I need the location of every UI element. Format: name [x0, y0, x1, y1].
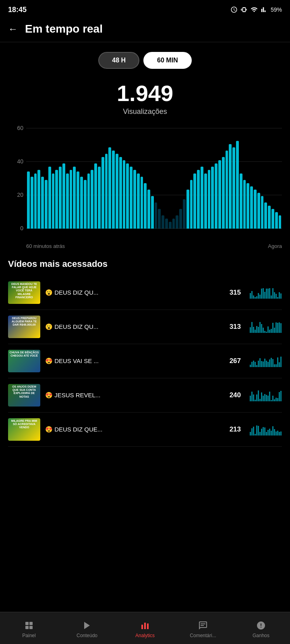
svg-rect-3: [255, 297, 256, 299]
chart-bar: [112, 151, 115, 229]
x-label-left: 60 minutos atrás: [26, 243, 65, 249]
nav-item-painel[interactable]: Painel: [0, 620, 58, 638]
video-title: 😍 DEUS DIZ QUE...: [45, 426, 218, 433]
svg-rect-54: [272, 359, 273, 367]
video-thumbnail: CHUVA DE BÊNÇÃOS CHEGOU ATÉ VOCÊ: [8, 350, 40, 372]
chart-bar: [257, 193, 260, 229]
video-list-item[interactable]: MILAGRE PRA MIM SÓ ACREDITAVA VENDO 😍 DE…: [8, 413, 282, 447]
chart-bar: [41, 177, 44, 229]
video-view-count: 240: [226, 391, 241, 399]
svg-rect-49: [264, 359, 265, 367]
chart-bar: [151, 196, 154, 229]
svg-rect-17: [277, 297, 278, 299]
chart-bar: [186, 190, 189, 229]
svg-rect-39: [280, 323, 282, 333]
chart-bar: [268, 206, 271, 228]
svg-rect-93: [271, 431, 272, 436]
analytics-icon: [139, 620, 151, 631]
svg-rect-63: [255, 400, 256, 401]
chart-bar: [246, 183, 249, 229]
chart-bar: [190, 180, 193, 229]
svg-rect-85: [258, 426, 259, 436]
battery-indicator: 59%: [271, 6, 282, 13]
svg-rect-108: [201, 623, 205, 624]
chart-bar: [197, 170, 200, 228]
video-mini-chart: [250, 355, 282, 367]
videos-section-title: Vídeos mais acessados: [8, 259, 282, 269]
chart-bar: [66, 173, 69, 229]
svg-rect-97: [277, 431, 278, 436]
svg-rect-68: [263, 396, 264, 401]
chart-bar: [201, 167, 203, 228]
chart-bar: [243, 180, 246, 229]
svg-rect-34: [272, 323, 273, 333]
svg-rect-98: [279, 432, 280, 436]
video-mini-chart: [250, 287, 282, 299]
svg-rect-10: [266, 289, 267, 299]
video-list-item[interactable]: DEUS PREPAROU ALGUÉM PARA TE DAR R$48.00…: [8, 310, 282, 344]
chart-bar: [147, 190, 150, 229]
svg-rect-99: [280, 431, 282, 436]
video-thumbnail: MILAGRE PRA MIM SÓ ACREDITAVA VENDO: [8, 418, 40, 441]
svg-rect-59: [280, 357, 282, 367]
chart-bar: [84, 180, 87, 229]
stats-section: 1.949 Visualizações: [0, 77, 290, 124]
nav-label-ganhos: Ganhos: [253, 633, 269, 638]
nav-item-comentarios[interactable]: Comentári...: [174, 620, 232, 638]
svg-rect-103: [29, 626, 33, 629]
wifi-icon: [251, 6, 258, 13]
video-list-item[interactable]: OS ANJOS DIZEM QUE SUA CONTA EXPLODIRÁ D…: [8, 378, 282, 413]
svg-rect-73: [271, 400, 272, 401]
svg-rect-69: [264, 394, 265, 401]
svg-rect-64: [256, 394, 257, 401]
nav-item-analytics[interactable]: Analytics: [116, 620, 174, 638]
videos-list: DEUS MANDOU TE FALAR QUE HOJE VOCÊ TERÁ …: [8, 276, 282, 447]
chart-bar: [48, 167, 51, 228]
svg-rect-30: [266, 332, 267, 333]
chart-bar: [158, 209, 161, 228]
chart-bar: [62, 163, 65, 228]
chart-bar: [126, 163, 129, 228]
svg-rect-26: [259, 322, 261, 333]
svg-rect-46: [259, 358, 261, 367]
svg-rect-106: [144, 623, 146, 629]
svg-rect-101: [29, 622, 33, 625]
svg-rect-83: [255, 434, 256, 436]
nav-item-ganhos[interactable]: Ganhos: [232, 620, 290, 638]
video-list-item[interactable]: CHUVA DE BÊNÇÃOS CHEGOU ATÉ VOCÊ 😍 DEUS …: [8, 344, 282, 378]
chart-bar: [77, 171, 79, 228]
chart-bar: [229, 144, 232, 229]
svg-rect-42: [253, 361, 254, 367]
back-button[interactable]: ←: [8, 23, 18, 35]
svg-rect-44: [256, 365, 257, 367]
svg-rect-37: [277, 323, 278, 333]
chart-bar: [250, 186, 253, 229]
svg-rect-20: [250, 327, 251, 333]
toggle-48h-button[interactable]: 48 H: [98, 52, 139, 69]
svg-rect-32: [269, 330, 270, 333]
svg-rect-53: [271, 358, 272, 367]
svg-rect-57: [277, 357, 278, 367]
chart-bar: [55, 170, 58, 228]
vibrate-icon: [241, 6, 247, 13]
chart-bar: [105, 154, 108, 228]
svg-rect-5: [258, 293, 259, 299]
chart-bar: [172, 219, 175, 228]
svg-rect-28: [263, 328, 264, 333]
chart-bar: [261, 196, 264, 229]
svg-rect-18: [279, 292, 280, 299]
x-label-right: Agora: [268, 243, 282, 249]
chart-bar: [27, 171, 30, 228]
chart-bar: [176, 215, 178, 228]
chart-bar: [183, 199, 186, 229]
chart-bar: [271, 209, 274, 228]
video-list-item[interactable]: DEUS MANDOU TE FALAR QUE HOJE VOCÊ TERÁ …: [8, 276, 282, 310]
chart-bar: [232, 147, 235, 229]
svg-rect-87: [261, 429, 262, 436]
svg-rect-88: [263, 427, 264, 436]
svg-rect-15: [274, 292, 275, 299]
toggle-60min-button[interactable]: 60 MIN: [143, 52, 192, 69]
chart-bar: [162, 215, 164, 228]
nav-item-conteudo[interactable]: Conteúdo: [58, 620, 116, 638]
nav-label-analytics: Analytics: [135, 633, 155, 638]
